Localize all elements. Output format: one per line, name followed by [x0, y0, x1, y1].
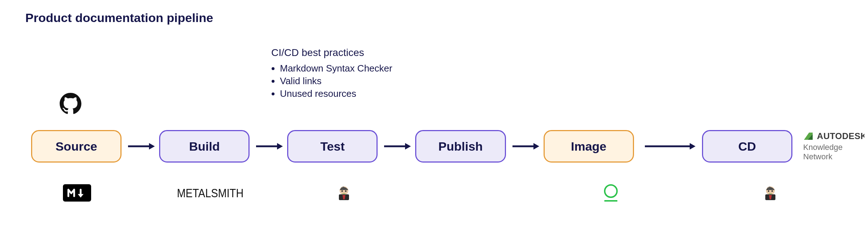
arrow-icon [128, 138, 155, 155]
stage-label: Source [55, 139, 97, 154]
stage-label: Publish [438, 139, 483, 154]
circle-underline-icon [604, 184, 618, 202]
arrow-icon [384, 138, 411, 155]
github-icon [60, 93, 81, 115]
autodesk-subtitle: Knowledge Network [803, 143, 864, 161]
svg-marker-1 [149, 143, 155, 150]
metalsmith-logo-text: METALSMITH [177, 186, 243, 200]
svg-marker-3 [277, 143, 283, 150]
svg-point-19 [768, 190, 769, 192]
below-slot-image [565, 184, 656, 202]
diagram-title: Product documentation pipeline [25, 11, 213, 25]
below-slot-source [31, 184, 123, 202]
jenkins-icon [336, 185, 352, 201]
best-practices-heading: CI/CD best practices [271, 47, 392, 59]
autodesk-logo-icon [803, 132, 813, 141]
best-practices-item: Unused resources [280, 87, 392, 100]
stage-label: Build [189, 139, 220, 154]
pipeline-diagram-frame: Product documentation pipeline CI/CD bes… [4, 0, 864, 242]
autodesk-brand-text: AUTODESK [817, 131, 864, 141]
best-practices-item: Markdown Syntax Checker [280, 62, 392, 75]
pipeline-stages-row: Source Build Test Publish Image CD [31, 130, 864, 163]
arrow-icon [512, 138, 539, 155]
svg-marker-9 [690, 143, 695, 150]
stage-source: Source [31, 130, 122, 163]
below-slot-build: METALSMITH [165, 186, 256, 200]
stage-build: Build [159, 130, 250, 163]
svg-marker-7 [533, 143, 539, 150]
stage-label: Image [571, 139, 607, 154]
stage-label: Test [320, 139, 345, 154]
below-slot-test [298, 185, 390, 201]
svg-point-20 [771, 190, 773, 192]
below-icons-row: METALSMITH [31, 184, 816, 202]
arrow-icon [256, 138, 283, 155]
stage-publish: Publish [415, 130, 506, 163]
svg-point-15 [345, 190, 346, 192]
stage-label: CD [738, 139, 756, 154]
autodesk-knowledge-network-label: AUTODESK Knowledge Network [803, 131, 864, 161]
svg-marker-10 [78, 194, 84, 198]
autodesk-brand-row: AUTODESK [803, 131, 864, 141]
stage-test: Test [287, 130, 378, 163]
stage-cd: CD [702, 130, 792, 163]
best-practices-list: Markdown Syntax Checker Valid links Unus… [280, 62, 392, 100]
markdown-icon [63, 184, 91, 202]
best-practices-block: CI/CD best practices Markdown Syntax Che… [271, 47, 392, 100]
jenkins-icon [762, 185, 778, 201]
below-slot-cd [724, 185, 816, 201]
best-practices-item: Valid links [280, 75, 392, 87]
stage-image: Image [544, 130, 634, 163]
svg-point-14 [341, 190, 343, 192]
svg-marker-5 [405, 143, 411, 150]
arrow-icon [645, 138, 695, 155]
